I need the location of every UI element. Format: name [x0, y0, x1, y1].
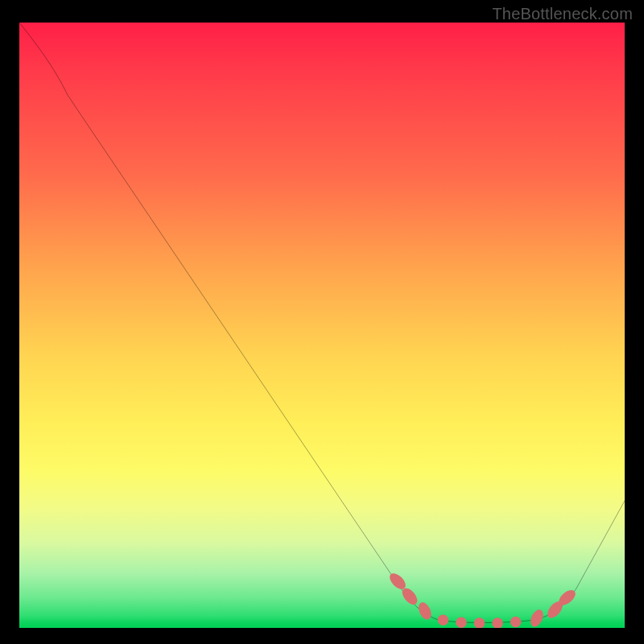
bottleneck-curve — [19, 23, 625, 623]
svg-point-1 — [399, 585, 420, 607]
curve-layer — [19, 23, 625, 628]
svg-point-4 — [456, 617, 467, 628]
watermark-text: TheBottleneck.com — [492, 5, 633, 23]
svg-point-5 — [474, 617, 485, 628]
svg-point-8 — [528, 608, 546, 628]
svg-point-7 — [510, 617, 522, 628]
svg-point-6 — [492, 617, 503, 628]
plot-area — [19, 23, 625, 628]
optimal-range-markers — [387, 571, 578, 628]
svg-point-3 — [438, 614, 449, 625]
chart-frame: TheBottleneck.com — [0, 0, 644, 644]
svg-point-9 — [545, 599, 566, 621]
svg-point-0 — [387, 571, 409, 592]
svg-point-10 — [556, 587, 578, 608]
svg-point-2 — [416, 601, 434, 621]
